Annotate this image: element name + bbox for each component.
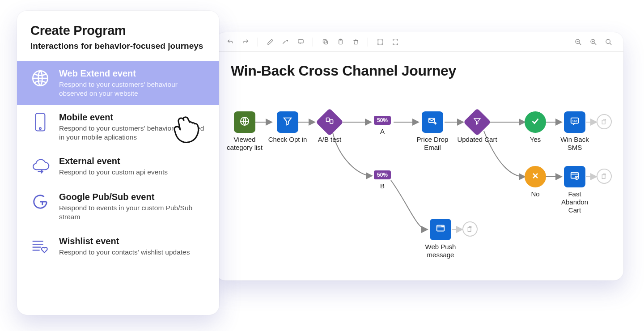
svg-rect-10 bbox=[378, 44, 382, 44]
svg-rect-36 bbox=[330, 120, 333, 123]
copy-button[interactable] bbox=[318, 35, 332, 49]
option-title: External event bbox=[59, 156, 168, 166]
node-label: Viewed category list bbox=[225, 136, 265, 152]
web-push-icon bbox=[436, 224, 445, 235]
option-desc: Respond to your custom api events bbox=[59, 168, 168, 177]
node-label: A bbox=[362, 127, 402, 136]
svg-rect-0 bbox=[298, 40, 303, 43]
placeholder-icon bbox=[462, 221, 478, 237]
node-branch-a[interactable]: 50% A bbox=[362, 116, 402, 136]
node-label: Updated Cart bbox=[457, 136, 497, 144]
cursor-hand-icon bbox=[170, 113, 210, 150]
connect-button[interactable] bbox=[279, 35, 292, 49]
ungroup-button[interactable] bbox=[389, 35, 402, 49]
cloud-icon bbox=[30, 158, 50, 175]
option-title: Web Extend event bbox=[59, 68, 207, 79]
node-branch-b[interactable]: 50% B bbox=[362, 170, 402, 190]
zoom-in-button[interactable] bbox=[587, 35, 600, 49]
event-option-external[interactable]: External event Respond to your custom ap… bbox=[17, 149, 219, 185]
node-web-push[interactable]: Web Push message bbox=[420, 219, 461, 259]
node-yes[interactable]: Yes bbox=[515, 111, 555, 144]
option-desc: Respond to events in your custom Pub/Sub… bbox=[59, 204, 207, 221]
group-button[interactable] bbox=[373, 35, 387, 49]
sms-icon: SMS bbox=[570, 116, 580, 128]
option-desc: Respond to your customers' behaviour obs… bbox=[59, 80, 207, 98]
option-title: Wishlist event bbox=[59, 236, 190, 246]
node-label: Check Opt in bbox=[267, 136, 308, 144]
event-option-wishlist[interactable]: Wishlist event Respond to your contacts'… bbox=[17, 229, 219, 265]
mobile-icon bbox=[33, 112, 48, 134]
node-fast-abandon-cart[interactable]: Fast Abandon Cart bbox=[555, 166, 595, 214]
wishlist-icon bbox=[31, 238, 49, 255]
node-label: Web Push message bbox=[420, 243, 461, 259]
svg-text:SMS: SMS bbox=[572, 119, 579, 123]
panel-title: Create Program bbox=[30, 23, 206, 38]
canvas-title: Win-Back Cross Channel Journey bbox=[216, 52, 623, 83]
placeholder-node[interactable] bbox=[462, 221, 478, 237]
google-icon bbox=[32, 193, 49, 212]
edit-button[interactable] bbox=[263, 35, 277, 49]
paste-button[interactable] bbox=[334, 35, 347, 49]
node-label: B bbox=[362, 182, 402, 190]
comment-button[interactable] bbox=[294, 35, 307, 49]
svg-rect-19 bbox=[394, 44, 395, 44]
journey-canvas-panel: Win-Back Cross Channel Journey bbox=[216, 32, 623, 280]
svg-rect-18 bbox=[396, 39, 397, 40]
zoom-reset-button[interactable] bbox=[602, 35, 615, 49]
svg-point-23 bbox=[606, 39, 610, 43]
zoom-out-button[interactable] bbox=[572, 35, 585, 49]
svg-point-13 bbox=[393, 39, 394, 41]
svg-point-43 bbox=[442, 226, 444, 228]
event-option-google-pubsub[interactable]: Google Pub/Sub event Respond to events i… bbox=[17, 185, 219, 229]
node-label: Fast Abandon Cart bbox=[555, 190, 595, 214]
svg-rect-17 bbox=[394, 39, 395, 40]
ab-test-icon bbox=[325, 117, 334, 127]
percent-badge: 50% bbox=[374, 116, 391, 125]
option-title: Google Pub/Sub event bbox=[59, 192, 207, 202]
globe-icon bbox=[239, 116, 250, 128]
delete-button[interactable] bbox=[349, 35, 362, 49]
svg-rect-45 bbox=[602, 175, 605, 179]
node-price-drop-email[interactable]: Price Drop Email bbox=[412, 111, 453, 152]
svg-rect-9 bbox=[378, 39, 382, 40]
node-check-opt-in[interactable]: Check Opt in bbox=[267, 111, 308, 144]
option-desc: Respond to your contacts' wishlist updat… bbox=[59, 248, 190, 257]
svg-rect-12 bbox=[382, 40, 382, 44]
node-win-back-sms[interactable]: SMS Win Back SMS bbox=[555, 111, 595, 152]
node-label: Price Drop Email bbox=[412, 136, 453, 152]
globe-icon bbox=[31, 69, 49, 89]
canvas-toolbar bbox=[216, 32, 623, 52]
node-label: Yes bbox=[515, 136, 555, 144]
node-label: A/B test bbox=[309, 136, 350, 144]
svg-rect-2 bbox=[323, 40, 326, 43]
percent-badge: 50% bbox=[374, 170, 391, 179]
funnel-icon bbox=[283, 116, 292, 128]
flow-diagram[interactable]: Viewed category list Check Opt in A/B te… bbox=[216, 83, 623, 275]
svg-rect-1 bbox=[324, 41, 328, 44]
node-no[interactable]: No bbox=[515, 166, 555, 198]
node-label: No bbox=[515, 190, 555, 198]
svg-rect-48 bbox=[36, 114, 45, 131]
svg-rect-46 bbox=[468, 228, 471, 232]
svg-rect-11 bbox=[378, 40, 378, 44]
event-option-web-extend[interactable]: Web Extend event Respond to your custome… bbox=[17, 61, 219, 105]
node-viewed-category[interactable]: Viewed category list bbox=[225, 111, 265, 152]
svg-point-16 bbox=[397, 43, 398, 45]
close-icon bbox=[531, 171, 540, 182]
mail-icon bbox=[428, 116, 437, 128]
event-type-list: Web Extend event Respond to your custome… bbox=[17, 61, 219, 265]
svg-rect-20 bbox=[396, 44, 397, 44]
node-updated-cart[interactable]: Updated Cart bbox=[457, 111, 497, 144]
svg-point-14 bbox=[397, 39, 398, 41]
undo-button[interactable] bbox=[224, 35, 237, 49]
svg-rect-44 bbox=[602, 120, 605, 124]
placeholder-node[interactable] bbox=[597, 114, 612, 129]
panel-subtitle: Interactions for behavior-focused journe… bbox=[30, 41, 206, 51]
redo-button[interactable] bbox=[239, 35, 252, 49]
web-add-icon bbox=[570, 171, 580, 182]
placeholder-icon bbox=[597, 169, 612, 184]
funnel-icon bbox=[473, 117, 481, 127]
svg-point-15 bbox=[393, 43, 394, 45]
node-ab-test[interactable]: A/B test bbox=[309, 111, 350, 144]
placeholder-node[interactable] bbox=[597, 169, 612, 184]
